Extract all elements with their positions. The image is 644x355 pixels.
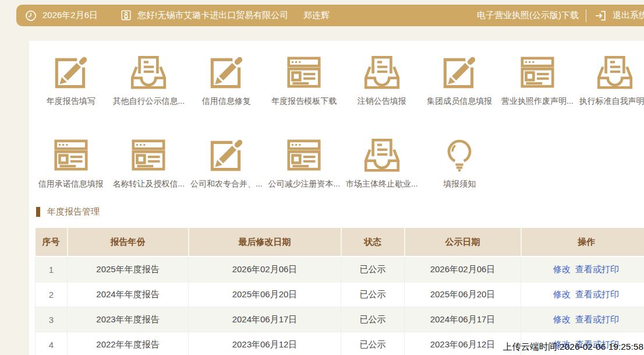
view-print-link[interactable]: 查看或打印 — [575, 289, 619, 299]
cell-no: 3 — [36, 307, 68, 332]
cell-actions: 修改查看或打印 — [521, 307, 644, 332]
shortcut-item[interactable]: 注销公告填报 — [343, 50, 421, 107]
browser-icon — [49, 133, 93, 177]
column-header: 公示日期 — [405, 228, 521, 256]
column-header: 状态 — [341, 228, 405, 256]
cell-modified-date: 2023年06月12日 — [189, 332, 341, 355]
modify-link[interactable]: 修改 — [553, 264, 571, 274]
cell-status: 已公示 — [341, 256, 405, 282]
browser-icon — [127, 133, 171, 177]
cell-report-year: 2025年年度报告 — [68, 256, 189, 282]
edit-icon — [204, 133, 248, 177]
cell-publish-date: 2025年06月20日 — [405, 282, 521, 307]
view-print-link[interactable]: 查看或打印 — [575, 314, 619, 324]
shortcut-label: 执行标准自我声明... — [579, 96, 644, 107]
modify-link[interactable]: 修改 — [553, 289, 571, 299]
inbox-icon — [360, 133, 404, 177]
browser-icon — [282, 50, 326, 94]
cell-report-year: 2022年年度报告 — [68, 332, 189, 355]
cell-actions: 修改查看或打印 — [521, 256, 644, 282]
cell-modified-date: 2026年02月06日 — [189, 256, 341, 282]
logout-icon[interactable] — [593, 9, 607, 23]
logout-button[interactable]: 退出系统 — [613, 10, 644, 21]
browser-icon — [282, 133, 326, 177]
annual-report-table: 序号报告年份最后修改日期状态公示日期操作 12025年年度报告2026年02月0… — [35, 228, 644, 355]
table-row: 22024年年度报告2025年06月20日已公示2025年06月20日修改查看或… — [36, 282, 644, 307]
section-title: 年度报告管理 — [47, 206, 100, 217]
cell-publish-date: 2026年02月06日 — [405, 256, 521, 282]
shortcut-item[interactable]: 名称转让及授权信... — [110, 133, 188, 189]
cell-report-year: 2024年年度报告 — [68, 282, 189, 307]
shortcut-item[interactable]: 公司和农专合并、... — [187, 133, 266, 189]
cell-no: 2 — [36, 282, 68, 307]
shortcut-label: 公司减少注册资本... — [268, 179, 340, 189]
license-download-link[interactable]: 电子营业执照(公示版)下载 — [477, 10, 579, 21]
column-header: 报告年份 — [68, 228, 189, 256]
shortcut-label: 注销公告填报 — [358, 96, 406, 107]
shortcut-item[interactable]: 其他自行公示信息... — [110, 50, 188, 107]
cell-publish-date: 2024年06月17日 — [405, 307, 521, 332]
shortcut-item[interactable]: 市场主体终止歇业... — [343, 133, 421, 189]
shortcut-label: 年度报告模板下载 — [271, 96, 337, 107]
table-row: 12025年年度报告2026年02月06日已公示2026年02月06日修改查看或… — [36, 256, 644, 282]
cell-status: 已公示 — [341, 307, 405, 332]
shortcut-label: 集团成员信息填报 — [427, 96, 492, 107]
modify-link[interactable]: 修改 — [553, 314, 571, 324]
edit-icon — [204, 50, 248, 94]
shortcut-item[interactable]: 公司减少注册资本... — [266, 133, 344, 189]
cell-status: 已公示 — [341, 282, 405, 307]
shortcut-label: 年度报告填写 — [47, 96, 95, 107]
view-print-link[interactable]: 查看或打印 — [575, 264, 619, 274]
bulb-icon — [438, 133, 482, 177]
shortcut-item[interactable]: 年度报告填写 — [32, 50, 110, 107]
column-header: 操作 — [521, 228, 644, 256]
shortcut-item[interactable]: 信用承诺信息填报 — [32, 133, 110, 189]
user-name: 郑连辉 — [303, 10, 330, 21]
edit-icon — [49, 50, 93, 94]
upload-time-overlay: 上传云端时间:2026-02-06 19:25:58 — [503, 341, 643, 353]
shortcut-label: 名称转让及授权信... — [112, 179, 185, 189]
greeting-company: 您好!无锡市艾璐卡进出口贸易有限公司 — [137, 10, 288, 21]
shortcut-label: 其他自行公示信息... — [112, 96, 185, 107]
report-table-header-row: 序号报告年份最后修改日期状态公示日期操作 — [36, 228, 644, 256]
current-date: 2026年2月6日 — [43, 10, 98, 21]
shortcut-label: 市场主体终止歇业... — [346, 179, 418, 189]
section-marker-bar — [36, 207, 40, 217]
cell-actions: 修改查看或打印 — [521, 282, 644, 307]
shortcut-item[interactable]: 集团成员信息填报 — [421, 50, 499, 107]
table-row: 32023年年度报告2024年06月17日已公示2024年06月17日修改查看或… — [36, 307, 644, 332]
browser-icon — [515, 50, 559, 94]
cell-no: 1 — [36, 256, 68, 282]
annual-report-section-header: 年度报告管理 — [36, 206, 100, 217]
clock-icon — [24, 9, 37, 22]
shortcut-label: 营业执照作废声明... — [501, 96, 574, 107]
cell-modified-date: 2025年06月20日 — [189, 282, 341, 307]
inbox-icon — [360, 50, 404, 94]
top-bar: 2026年2月6日 您好!无锡市艾璐卡进出口贸易有限公司 郑连辉 电子营业执照(… — [16, 5, 644, 26]
shortcut-label: 信用信息修复 — [202, 96, 251, 107]
shortcut-row-2: 信用承诺信息填报 名称转让及授权信... 公司和农专合并、... 公司减少注册资… — [32, 133, 498, 189]
column-header: 最后修改日期 — [189, 228, 341, 256]
cell-modified-date: 2024年06月17日 — [189, 307, 341, 332]
shortcut-item[interactable]: 年度报告模板下载 — [266, 50, 344, 107]
cell-report-year: 2023年年度报告 — [68, 307, 189, 332]
shortcut-item[interactable]: 填报须知 — [421, 133, 499, 189]
report-table-body: 12025年年度报告2026年02月06日已公示2026年02月06日修改查看或… — [36, 256, 644, 355]
inbox-icon — [593, 50, 637, 94]
topbar-divider — [586, 9, 586, 22]
user-badge-icon — [120, 9, 132, 22]
cell-status: 已公示 — [341, 332, 405, 355]
shortcut-label: 信用承诺信息填报 — [38, 179, 104, 189]
inbox-icon — [127, 50, 171, 94]
shortcut-label: 填报须知 — [443, 179, 476, 189]
shortcut-item[interactable]: 信用信息修复 — [187, 50, 266, 107]
column-header: 序号 — [36, 228, 68, 256]
shortcut-row-1: 年度报告填写 其他自行公示信息... 信用信息修复 年度报告模板下载 注销公告填… — [32, 50, 644, 107]
shortcut-item[interactable]: 执行标准自我声明... — [576, 50, 644, 107]
edit-icon — [438, 50, 482, 94]
shortcut-label: 公司和农专合并、... — [190, 179, 263, 189]
shortcut-item[interactable]: 营业执照作废声明... — [498, 50, 576, 107]
cell-no: 4 — [36, 332, 68, 355]
